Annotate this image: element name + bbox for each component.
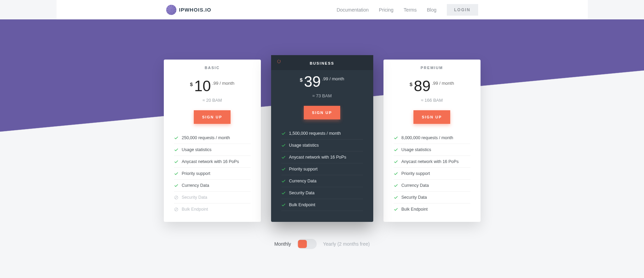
- feature-item: 1,500,000 requests / month: [281, 128, 363, 140]
- check-icon: [281, 167, 286, 171]
- feature-item: Priority support: [394, 168, 470, 180]
- plans: Basic $ 10 .99 / month ≈ 20 BAM Sign Up …: [152, 60, 492, 222]
- fire-icon: [276, 59, 282, 65]
- check-icon: [394, 148, 398, 152]
- plan-basic: Basic $ 10 .99 / month ≈ 20 BAM Sign Up …: [164, 60, 261, 222]
- feature-item: Security Data: [281, 187, 363, 199]
- price: $ 39 .99 / month: [271, 70, 373, 91]
- price: $ 10 .99 / month: [164, 75, 261, 95]
- toggle-label-monthly: Monthly: [274, 241, 291, 247]
- feature-text: Currency Data: [182, 183, 209, 188]
- feature-text: Usage statistics: [402, 147, 431, 152]
- price-sub: .99 / month: [212, 81, 234, 86]
- feature-item: Usage statistics: [281, 140, 363, 151]
- feature-text: Anycast network with 16 PoPs: [182, 159, 239, 164]
- feature-item: Anycast network with 16 PoPs: [174, 156, 251, 168]
- feature-item: Currency Data: [281, 175, 363, 187]
- disabled-icon: [174, 195, 178, 200]
- check-icon: [174, 136, 178, 140]
- signup-button[interactable]: Sign Up: [194, 110, 230, 124]
- price-sub: .99 / month: [432, 81, 454, 86]
- feature-item: Security Data: [394, 192, 470, 203]
- features-list: 250,000 requests / monthUsage statistics…: [164, 132, 261, 215]
- feature-item: Priority support: [281, 163, 363, 175]
- feature-text: Priority support: [182, 171, 210, 176]
- feature-text: Currency Data: [289, 179, 317, 183]
- logo[interactable]: IPWHOIS.IO: [166, 5, 211, 15]
- price-currency: $: [300, 77, 302, 83]
- check-icon: [281, 203, 286, 207]
- check-icon: [174, 148, 178, 152]
- toggle-knob: [298, 240, 307, 248]
- feature-item: Priority support: [174, 168, 251, 180]
- plan-title-text: Business: [310, 61, 334, 65]
- plan-title: Premium: [383, 60, 481, 75]
- feature-text: Usage statistics: [289, 143, 319, 148]
- feature-text: Bulk Endpoint: [402, 207, 428, 212]
- feature-item: Bulk Endpoint: [394, 203, 470, 215]
- price-amount: 89: [414, 79, 430, 94]
- price-sub: .99 / month: [322, 76, 344, 81]
- feature-item: 250,000 requests / month: [174, 132, 251, 144]
- nav-pricing[interactable]: Pricing: [379, 7, 394, 13]
- logo-text: IPWHOIS.IO: [179, 7, 211, 13]
- price-approx: ≈ 166 BAM: [383, 98, 481, 103]
- feature-item: Currency Data: [394, 180, 470, 192]
- price-approx: ≈ 20 BAM: [164, 98, 261, 103]
- svg-line-1: [175, 196, 177, 199]
- signup-button[interactable]: Sign Up: [304, 106, 340, 119]
- price: $ 89 .99 / month: [383, 75, 481, 95]
- feature-text: Priority support: [402, 171, 430, 176]
- check-icon: [394, 136, 398, 140]
- header: IPWHOIS.IO Documentation Pricing Terms B…: [57, 0, 588, 19]
- feature-item: Usage statistics: [174, 144, 251, 156]
- feature-text: Currency Data: [402, 183, 429, 188]
- check-icon: [394, 195, 398, 200]
- nav-terms[interactable]: Terms: [404, 7, 417, 13]
- check-icon: [394, 207, 398, 212]
- feature-text: Security Data: [182, 195, 207, 200]
- disabled-icon: [174, 207, 178, 212]
- nav: Documentation Pricing Terms Blog Login: [336, 4, 478, 16]
- feature-text: Security Data: [402, 195, 427, 200]
- features-list: 1,500,000 requests / monthUsage statisti…: [271, 128, 373, 211]
- feature-text: 250,000 requests / month: [182, 135, 230, 140]
- check-icon: [174, 171, 178, 176]
- feature-text: Usage statistics: [182, 147, 212, 152]
- feature-item: Currency Data: [174, 180, 251, 192]
- check-icon: [394, 183, 398, 188]
- feature-item: Anycast network with 16 PoPs: [394, 156, 470, 168]
- feature-text: Bulk Endpoint: [182, 207, 208, 212]
- feature-item: Security Data: [174, 192, 251, 203]
- signup-button[interactable]: Sign Up: [413, 110, 450, 124]
- plan-business: Business $ 39 .99 / month ≈ 73 BAM Sign …: [271, 55, 373, 222]
- check-icon: [394, 171, 398, 176]
- nav-documentation[interactable]: Documentation: [336, 7, 368, 13]
- features-list: 8,000,000 requests / monthUsage statisti…: [383, 132, 481, 215]
- check-icon: [174, 183, 178, 188]
- check-icon: [174, 160, 178, 164]
- toggle-label-yearly: Yearly (2 months free): [323, 241, 370, 247]
- plan-premium: Premium $ 89 .99 / month ≈ 166 BAM Sign …: [383, 60, 481, 222]
- feature-item: Anycast network with 16 PoPs: [281, 151, 363, 163]
- plan-title: Business: [271, 55, 373, 70]
- svg-line-3: [175, 208, 177, 211]
- price-currency: $: [190, 81, 193, 87]
- feature-text: Anycast network with 16 PoPs: [402, 159, 459, 164]
- nav-blog[interactable]: Blog: [427, 7, 436, 13]
- feature-item: Bulk Endpoint: [281, 199, 363, 211]
- feature-item: Usage statistics: [394, 144, 470, 156]
- billing-toggle[interactable]: [297, 239, 317, 249]
- check-icon: [281, 179, 286, 183]
- price-amount: 39: [304, 74, 321, 89]
- feature-text: 1,500,000 requests / month: [289, 131, 341, 136]
- login-button[interactable]: Login: [447, 4, 478, 16]
- price-amount: 10: [194, 79, 211, 94]
- feature-text: Anycast network with 16 PoPs: [289, 155, 346, 160]
- feature-text: Bulk Endpoint: [289, 202, 315, 207]
- check-icon: [281, 131, 286, 136]
- feature-text: Priority support: [289, 167, 318, 171]
- plan-title: Basic: [164, 60, 261, 75]
- check-icon: [394, 160, 398, 164]
- price-approx: ≈ 73 BAM: [271, 93, 373, 98]
